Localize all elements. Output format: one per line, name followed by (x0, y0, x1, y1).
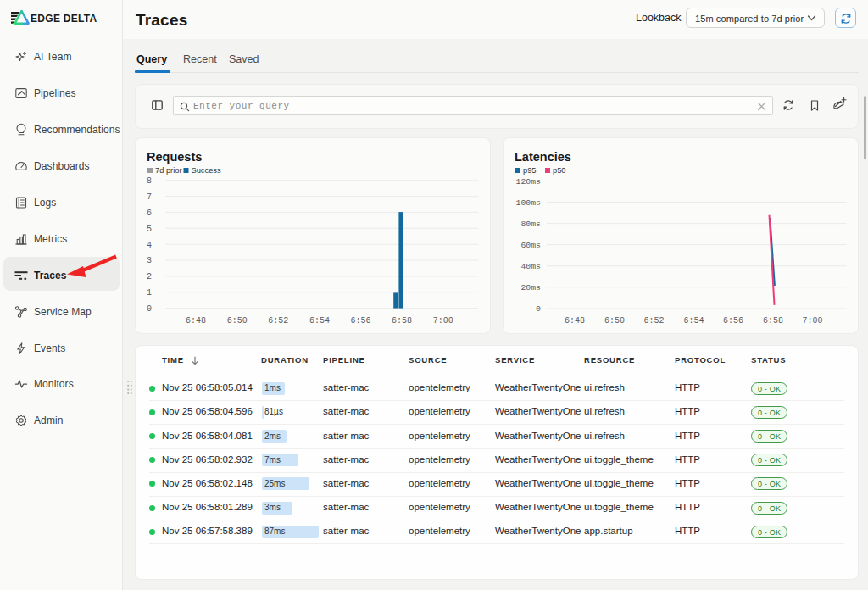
svg-text:Latencies: Latencies (515, 150, 571, 164)
svg-text:6:54: 6:54 (309, 316, 330, 326)
svg-text:6:58: 6:58 (392, 316, 412, 326)
svg-text:7:00: 7:00 (803, 316, 823, 326)
svg-text:20ms: 20ms (520, 283, 541, 292)
svg-text:Success: Success (192, 166, 221, 175)
svg-text:1: 1 (147, 288, 152, 298)
svg-text:6:48: 6:48 (186, 316, 206, 326)
svg-text:7:00: 7:00 (433, 316, 453, 326)
svg-text:60ms: 60ms (520, 241, 541, 250)
svg-text:5: 5 (147, 225, 152, 234)
svg-text:120ms: 120ms (516, 177, 542, 186)
svg-text:6:50: 6:50 (604, 316, 625, 326)
svg-text:6:54: 6:54 (683, 316, 704, 326)
svg-text:6:58: 6:58 (763, 316, 783, 326)
svg-text:2: 2 (147, 272, 152, 281)
svg-text:3: 3 (147, 256, 152, 265)
svg-text:p95: p95 (523, 166, 537, 175)
svg-text:8: 8 (147, 176, 152, 186)
svg-text:6:56: 6:56 (350, 316, 370, 326)
svg-text:0: 0 (147, 304, 152, 314)
svg-text:100ms: 100ms (516, 198, 542, 208)
svg-text:6:56: 6:56 (723, 316, 743, 326)
svg-text:40ms: 40ms (520, 262, 541, 271)
svg-text:80ms: 80ms (520, 220, 541, 229)
svg-text:6:52: 6:52 (644, 316, 665, 326)
svg-text:4: 4 (147, 241, 152, 250)
svg-text:6: 6 (147, 209, 152, 218)
svg-text:6:52: 6:52 (268, 316, 288, 326)
svg-text:Requests: Requests (147, 150, 202, 164)
svg-text:6:50: 6:50 (227, 316, 248, 326)
svg-text:0: 0 (536, 304, 541, 314)
svg-text:EDGE DELTA: EDGE DELTA (31, 13, 97, 25)
svg-text:p50: p50 (553, 166, 566, 175)
svg-text:7d prior: 7d prior (155, 166, 182, 175)
svg-text:7: 7 (147, 192, 152, 202)
svg-text:6:48: 6:48 (565, 316, 585, 326)
